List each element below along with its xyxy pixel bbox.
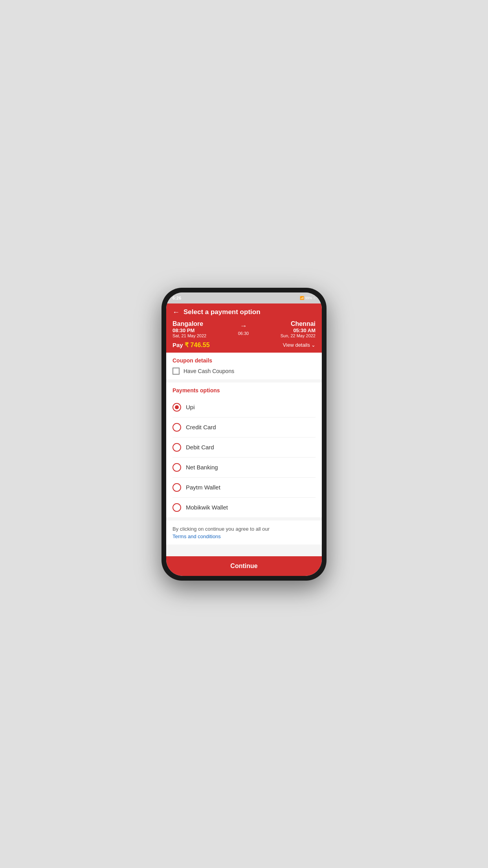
journey-middle: → 06:30 — [238, 322, 249, 336]
terms-prefix-text: By clicking on continue you agree to all… — [172, 526, 270, 532]
dest-city: Chennai — [281, 320, 316, 327]
view-details-label: View details — [283, 342, 310, 348]
page-title: Select a payment option — [183, 308, 261, 316]
pay-info: Pay ₹ 746.55 — [172, 341, 210, 349]
pay-amount: ₹ 746.55 — [185, 342, 209, 348]
coupon-checkbox-label: Have Cash Coupons — [183, 368, 234, 374]
pay-label: Pay — [172, 342, 183, 348]
payment-option-net-banking[interactable]: Net Banking — [172, 458, 316, 478]
back-button[interactable]: ← — [172, 308, 180, 316]
payment-option-credit-card[interactable]: Credit Card — [172, 417, 316, 438]
coupon-section-title: Coupon details — [172, 357, 316, 364]
terms-link[interactable]: Terms and conditions — [172, 533, 221, 539]
payment-option-debit-card[interactable]: Debit Card — [172, 438, 316, 458]
pay-row: Pay ₹ 746.55 View details ⌄ — [172, 341, 316, 349]
radio-upi[interactable] — [172, 403, 181, 412]
header-title-row: ← Select a payment option — [172, 308, 316, 316]
terms-section: By clicking on continue you agree to all… — [166, 520, 322, 545]
radio-mobikwik-wallet[interactable] — [172, 503, 181, 512]
status-icons: 📶 99% ○ — [300, 296, 316, 300]
app-header: ← Select a payment option Bangalore 08:3… — [166, 303, 322, 353]
dest-time: 05:30 AM — [281, 327, 316, 333]
radio-credit-card[interactable] — [172, 423, 181, 432]
radio-paytm-wallet[interactable] — [172, 483, 181, 492]
journey-origin: Bangalore 08:30 PM Sat, 21 May 2022 — [172, 320, 206, 338]
payments-section-title: Payments options — [172, 387, 316, 394]
payments-section: Payments options Upi Credit Card — [166, 383, 322, 517]
payment-option-paytm-wallet[interactable]: Paytm Wallet — [172, 478, 316, 498]
coupon-section: Coupon details Have Cash Coupons — [166, 353, 322, 379]
payment-option-mobikwik-wallet[interactable]: Mobikwik Wallet — [172, 498, 316, 517]
view-details-button[interactable]: View details ⌄ — [283, 342, 316, 348]
phone-screen: 6:26 📶 99% ○ ← Select a payment option B… — [166, 292, 322, 576]
origin-date: Sat, 21 May 2022 — [172, 333, 206, 338]
status-bar: 6:26 📶 99% ○ — [166, 292, 322, 303]
battery-indicator: 99% — [305, 296, 312, 300]
payment-label-debit-card: Debit Card — [186, 444, 214, 451]
payment-label-net-banking: Net Banking — [186, 464, 218, 471]
continue-button[interactable]: Continue — [166, 556, 322, 576]
dest-date: Sun, 22 May 2022 — [281, 333, 316, 338]
content-area: Coupon details Have Cash Coupons Payment… — [166, 353, 322, 556]
origin-city: Bangalore — [172, 320, 206, 327]
journey-arrow: → — [240, 322, 247, 330]
signal-icon: 📶 — [300, 296, 304, 300]
origin-time: 08:30 PM — [172, 327, 206, 333]
journey-duration: 06:30 — [238, 331, 249, 336]
payment-label-mobikwik-wallet: Mobikwik Wallet — [186, 504, 228, 511]
coupon-checkbox[interactable] — [172, 368, 180, 375]
coupon-checkbox-row[interactable]: Have Cash Coupons — [172, 368, 316, 375]
journey-info: Bangalore 08:30 PM Sat, 21 May 2022 → 06… — [172, 320, 316, 338]
radio-upi-inner — [175, 405, 179, 409]
payment-option-upi[interactable]: Upi — [172, 397, 316, 417]
radio-net-banking[interactable] — [172, 463, 181, 472]
chevron-down-icon: ⌄ — [311, 342, 316, 348]
payment-label-credit-card: Credit Card — [186, 424, 216, 430]
payment-label-paytm-wallet: Paytm Wallet — [186, 484, 220, 491]
status-time: 6:26 — [172, 296, 181, 300]
phone-device: 6:26 📶 99% ○ ← Select a payment option B… — [161, 288, 327, 581]
journey-destination: Chennai 05:30 AM Sun, 22 May 2022 — [281, 320, 316, 338]
payment-label-upi: Upi — [186, 404, 195, 410]
radio-debit-card[interactable] — [172, 443, 181, 452]
battery-icon: ○ — [314, 296, 316, 300]
